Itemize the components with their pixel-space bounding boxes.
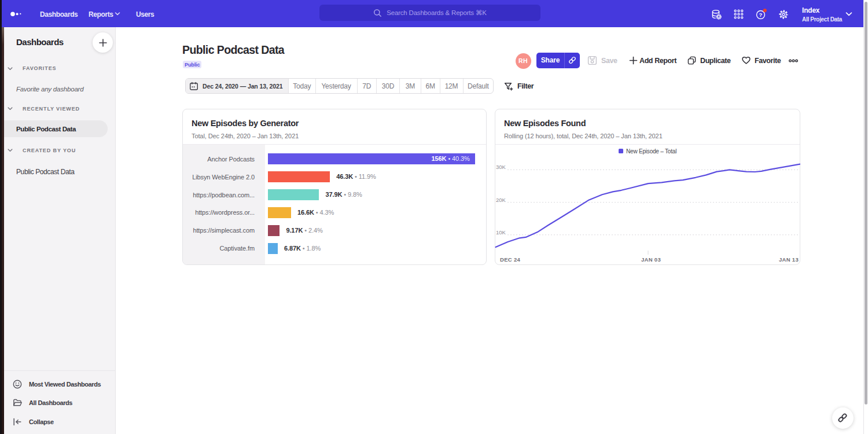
svg-text:?: ? (759, 12, 763, 18)
